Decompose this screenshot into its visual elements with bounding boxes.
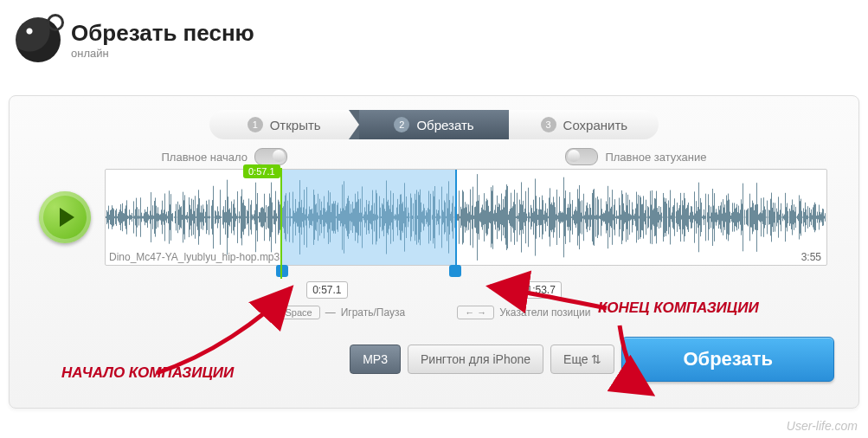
time-inputs-row: 0:57.1 1:53.7 <box>16 281 852 299</box>
step-label: Открыть <box>270 118 321 132</box>
selection-region[interactable] <box>280 170 458 265</box>
fade-out-label: Плавное затухание <box>605 151 706 164</box>
annotation-end: КОНЕЦ КОМПАЗИЦИИ <box>598 300 759 317</box>
format-mp3-button[interactable]: MP3 <box>350 345 401 374</box>
fade-in-row: Плавное начало <box>162 148 287 165</box>
fade-in-label: Плавное начало <box>162 151 248 164</box>
arrows-hint: ← → Указатели позиции <box>457 306 590 319</box>
annotation-start: НАЧАЛО КОМПАЗИЦИИ <box>61 364 234 382</box>
step-number: 1 <box>248 117 263 132</box>
step-number: 3 <box>541 117 556 132</box>
steps-nav: 1 Открыть 2 Обрезать 3 Сохранить <box>209 110 659 139</box>
file-name-label: Dino_Mc47-YA_lyublyu_hip-hop.mp3 <box>109 251 280 263</box>
updown-icon: ⇅ <box>591 352 601 366</box>
play-button[interactable] <box>39 191 91 243</box>
format-iphone-button[interactable]: Рингтон для iPhone <box>408 345 543 374</box>
app-header: Обрезать песню онлайн <box>0 0 868 69</box>
file-duration-label: 3:55 <box>801 251 821 263</box>
start-marker-time: 0:57.1 <box>243 164 280 178</box>
selection-end-handle[interactable] <box>449 265 461 277</box>
selection-start-handle[interactable] <box>276 265 288 277</box>
step-save[interactable]: 3 Сохранить <box>509 110 659 139</box>
end-time-input[interactable]: 1:53.7 <box>521 281 562 299</box>
space-hint-label: Играть/Пауза <box>341 306 406 319</box>
title-block: Обрезать песню онлайн <box>71 20 254 60</box>
step-open[interactable]: 1 Открыть <box>209 110 359 139</box>
editor-panel: 1 Открыть 2 Обрезать 3 Сохранить Плавное… <box>9 95 859 409</box>
step-cut[interactable]: 2 Обрезать <box>359 110 509 139</box>
format-more-button[interactable]: Еще ⇅ <box>550 345 614 374</box>
arrows-hint-label: Указатели позиции <box>499 306 590 319</box>
page-title: Обрезать песню <box>71 20 254 47</box>
space-hint: Space — Играть/Пауза <box>277 306 405 319</box>
fade-toggles: Плавное начало Плавное затухание <box>162 148 707 165</box>
page-subtitle: онлайн <box>71 47 254 60</box>
step-number: 2 <box>394 117 409 132</box>
step-label: Обрезать <box>416 118 473 132</box>
start-marker[interactable]: 0:57.1 <box>280 168 282 279</box>
more-label: Еще <box>563 352 588 366</box>
watermark: User-life.com <box>787 419 858 433</box>
play-icon <box>60 208 74 227</box>
fade-out-switch[interactable] <box>565 148 598 165</box>
start-time-input[interactable]: 0:57.1 <box>306 281 347 299</box>
logo-disc-icon <box>16 17 61 62</box>
waveform-container[interactable]: 0:57.1 Dino_Mc47-YA_lyublyu_hip-hop.mp3 … <box>105 169 827 266</box>
fade-out-row: Плавное затухание <box>565 148 706 165</box>
fade-in-switch[interactable] <box>254 148 287 165</box>
cut-button[interactable]: Обрезать <box>621 337 834 382</box>
player-stage: 0:57.1 Dino_Mc47-YA_lyublyu_hip-hop.mp3 … <box>25 169 843 266</box>
space-key-icon: Space <box>277 306 319 319</box>
step-label: Сохранить <box>563 118 628 132</box>
arrow-keys-icon: ← → <box>457 306 494 319</box>
